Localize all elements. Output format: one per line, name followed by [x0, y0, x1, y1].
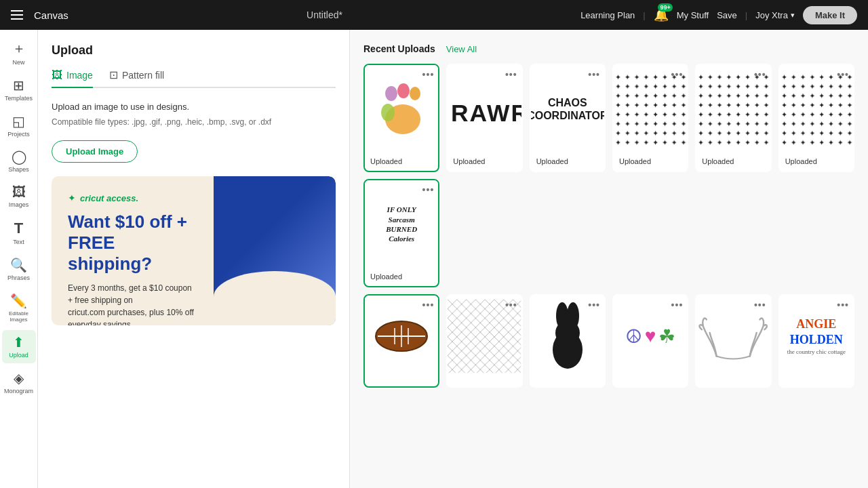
- peace-icon: ☮: [625, 325, 642, 348]
- upload-card-angie-holden[interactable]: ••• ANGIE HOLDEN the country chic cottag…: [778, 294, 854, 388]
- card-label-bunny: [531, 377, 604, 386]
- ellipsis-icon: •••: [588, 69, 600, 80]
- upload-image-button[interactable]: Upload Image: [52, 140, 138, 163]
- upload-card-chaos[interactable]: ••• CHAOS COORDINATOR Uploaded: [530, 64, 606, 172]
- upload-card-peace-heart-clover[interactable]: ••• ☮ ♥ ☘: [612, 294, 688, 388]
- upload-description: Upload an image to use in designs.: [52, 102, 336, 112]
- sidebar-item-text[interactable]: T Text: [2, 216, 36, 250]
- pattern-dark3-svg: ✦: [780, 72, 853, 146]
- coordinator-text: COORDINATOR: [530, 109, 606, 122]
- sidebar-item-editable-images[interactable]: ✏️ Editable Images: [2, 289, 36, 327]
- card-label-chaos: Uploaded: [531, 153, 604, 171]
- chevron-down-icon: ▾: [791, 11, 795, 20]
- sidebar-item-templates[interactable]: ⊞ Templates: [2, 73, 36, 106]
- uploads-grid-row1: ••• Uploaded: [363, 64, 854, 172]
- ellipsis-icon: •••: [754, 69, 766, 80]
- card-menu-pattern2[interactable]: •••: [754, 69, 766, 80]
- ellipsis-icon: •••: [505, 300, 517, 310]
- main-layout: ＋ New ⊞ Templates ◱ Projects ◯ Shapes 🖼 …: [0, 30, 868, 488]
- card-image-angie-holden: ••• ANGIE HOLDEN the country chic cottag…: [780, 296, 853, 377]
- clover-icon: ☘: [658, 325, 675, 348]
- notifications-button[interactable]: 🔔 99+: [654, 7, 669, 22]
- upload-card-antlers[interactable]: •••: [695, 294, 771, 388]
- card-menu-rawr[interactable]: •••: [505, 69, 517, 80]
- card-menu-sarcasm[interactable]: •••: [422, 184, 435, 195]
- card-menu-peace-heart-clover[interactable]: •••: [671, 300, 684, 310]
- card-image-antlers: •••: [696, 296, 770, 377]
- upload-card-bunny[interactable]: •••: [530, 294, 606, 388]
- tab-image[interactable]: 🖼 Image: [52, 68, 93, 88]
- sidebar-item-projects[interactable]: ◱ Projects: [2, 109, 36, 142]
- sidebar-item-shapes[interactable]: ◯ Shapes: [2, 144, 36, 178]
- notification-badge: 99+: [658, 3, 672, 12]
- sidebar-item-phrases[interactable]: 🔍 Phrases: [2, 253, 36, 286]
- document-title: Untitled*: [79, 9, 570, 20]
- ad-body: Every 3 months, get a $10 coupon + free …: [68, 282, 197, 325]
- card-menu-pattern3[interactable]: •••: [837, 69, 849, 80]
- app-name: Canvas: [34, 9, 68, 21]
- user-menu[interactable]: Joy Xtra ▾: [755, 10, 795, 20]
- cricut-access-logo: ✦ cricut access.: [68, 192, 197, 203]
- ellipsis-icon: •••: [754, 300, 766, 310]
- ad-banner: ✦ cricut access. Want $10 off + FREE shi…: [52, 176, 336, 325]
- card-image-football: •••: [365, 296, 438, 377]
- chaos-text: CHAOS: [530, 96, 606, 109]
- angie-holden-text: ANGIE HOLDEN the country chic cottage: [787, 317, 846, 356]
- ellipsis-icon: •••: [422, 300, 435, 310]
- images-icon: 🖼: [12, 184, 26, 200]
- card-menu-football[interactable]: •••: [422, 300, 435, 310]
- upload-card-pattern3[interactable]: ••• ✦ Uploaded: [778, 64, 854, 172]
- ellipsis-icon: •••: [837, 300, 849, 310]
- upload-card-rawr[interactable]: ••• RAWR Uploaded: [446, 64, 522, 172]
- card-menu-angie-holden[interactable]: •••: [837, 300, 849, 310]
- learning-plan-link[interactable]: Learning Plan: [580, 10, 635, 20]
- peace-heart-clover-icons: ☮ ♥ ☘: [625, 325, 676, 348]
- card-label-antlers: [696, 377, 770, 386]
- view-all-link[interactable]: View All: [446, 44, 477, 54]
- card-label-paw: Uploaded: [365, 153, 438, 171]
- ellipsis-icon: •••: [837, 69, 849, 80]
- upload-panel: Upload 🖼 Image ⊡ Pattern fill Upload an …: [38, 30, 350, 488]
- ad-content: ✦ cricut access. Want $10 off + FREE shi…: [52, 176, 214, 325]
- svg-point-4: [381, 104, 395, 121]
- card-menu-chaos[interactable]: •••: [588, 69, 600, 80]
- heart-icon: ♥: [645, 325, 656, 347]
- card-menu-bunny[interactable]: •••: [588, 300, 600, 310]
- hamburger-menu[interactable]: [11, 10, 23, 20]
- make-it-button[interactable]: Make It: [803, 6, 857, 24]
- upload-card-sarcasm[interactable]: ••• IF ONLYSarcasmBURNEDCalories Uploade…: [363, 179, 439, 287]
- football-svg: [371, 316, 432, 357]
- tab-pattern-fill[interactable]: ⊡ Pattern fill: [109, 68, 164, 88]
- upload-card-pattern1[interactable]: ••• ✦ Uploaded: [612, 64, 688, 172]
- sidebar-item-images[interactable]: 🖼 Images: [2, 180, 36, 213]
- cricut-logo-icon: ✦: [68, 192, 76, 203]
- ad-headline: Want $10 off + FREE shipping?: [68, 211, 197, 275]
- rawr-svg: RAWR: [448, 91, 521, 128]
- card-image-sarcasm: ••• IF ONLYSarcasmBURNEDCalories: [365, 180, 438, 268]
- pattern-dark2-svg: ✦: [696, 72, 770, 146]
- sidebar-item-upload[interactable]: ⬆ Upload: [2, 330, 36, 363]
- bunny-svg: [547, 299, 588, 373]
- card-label-pattern-light: [448, 377, 521, 386]
- card-menu-pattern1[interactable]: •••: [671, 69, 684, 80]
- card-image-rawr: ••• RAWR: [448, 65, 521, 153]
- upload-card-pattern2[interactable]: ••• ✦ Uploaded: [695, 64, 771, 172]
- save-link[interactable]: Save: [717, 10, 737, 20]
- ad-wave: [214, 271, 336, 325]
- card-label-pattern3: Uploaded: [780, 153, 853, 171]
- card-menu-antlers[interactable]: •••: [754, 300, 766, 310]
- card-menu-pattern-light[interactable]: •••: [505, 300, 517, 310]
- ellipsis-icon: •••: [588, 300, 600, 310]
- svg-point-0: [385, 86, 397, 101]
- sidebar-item-new[interactable]: ＋ New: [2, 35, 36, 70]
- upload-card-football[interactable]: •••: [363, 294, 439, 388]
- upload-icon: ⬆: [13, 334, 24, 350]
- sidebar-item-monogram[interactable]: ◈ Monogram: [2, 366, 36, 399]
- upload-card-paw[interactable]: ••• Uploaded: [363, 64, 439, 172]
- upload-card-pattern-light[interactable]: •••: [446, 294, 522, 388]
- ellipsis-icon: •••: [422, 184, 435, 195]
- card-menu-paw[interactable]: •••: [422, 69, 435, 80]
- my-stuff-link[interactable]: My Stuff: [677, 10, 709, 20]
- topbar-right: Learning Plan | 🔔 99+ My Stuff Save | Jo…: [580, 6, 857, 24]
- svg-rect-20: [448, 300, 521, 373]
